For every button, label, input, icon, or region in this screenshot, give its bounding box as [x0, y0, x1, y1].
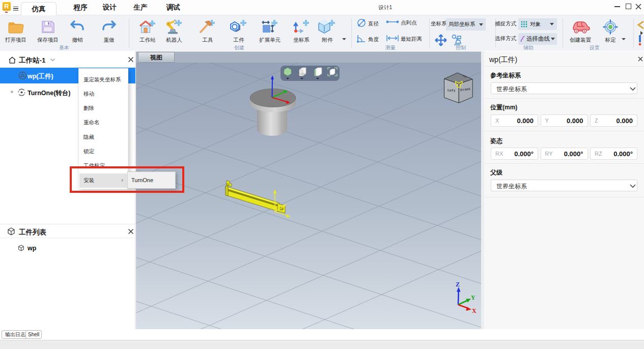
- svg-text:Solid: Solid: [300, 72, 305, 75]
- svg-text:Y: Y: [471, 294, 475, 301]
- svg-text:X: X: [472, 307, 477, 314]
- svg-text:Z: Z: [456, 281, 460, 288]
